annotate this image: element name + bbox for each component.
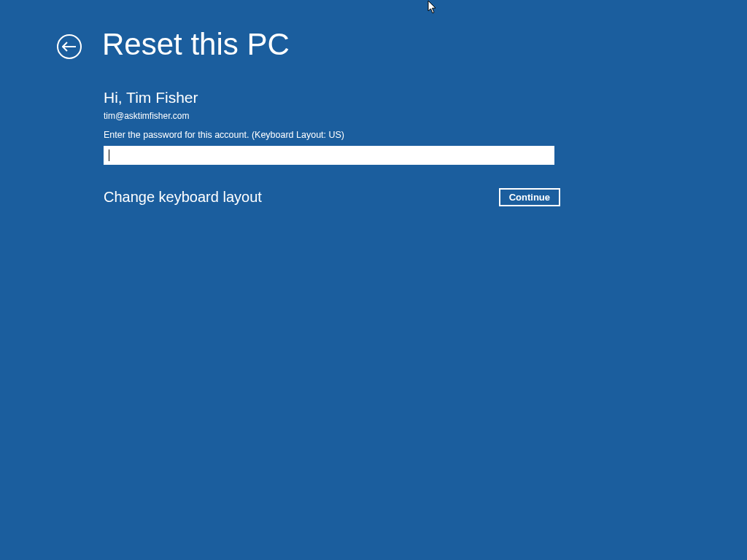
header: Reset this PC [57, 29, 290, 60]
continue-button[interactable]: Continue [499, 188, 560, 206]
account-panel: Hi, Tim Fisher tim@asktimfisher.com Ente… [104, 89, 556, 165]
password-input[interactable] [104, 146, 554, 165]
account-email: tim@asktimfisher.com [104, 111, 556, 121]
greeting-text: Hi, Tim Fisher [104, 89, 556, 106]
back-button[interactable] [57, 34, 82, 59]
text-caret [109, 149, 109, 161]
change-keyboard-layout-link[interactable]: Change keyboard layout [104, 189, 262, 206]
password-prompt: Enter the password for this account. (Ke… [104, 130, 556, 140]
mouse-cursor-icon [427, 0, 438, 15]
arrow-left-icon [62, 42, 77, 52]
action-row: Change keyboard layout Continue [104, 188, 560, 206]
page-title: Reset this PC [102, 29, 290, 60]
